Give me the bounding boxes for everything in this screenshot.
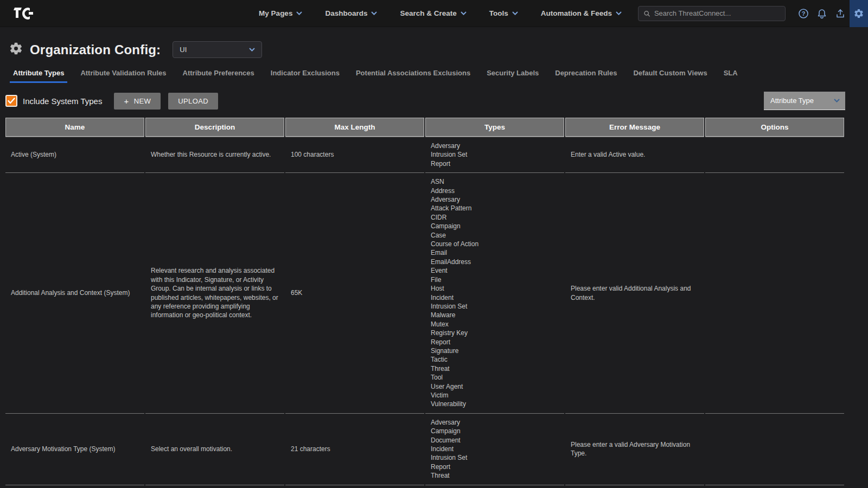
type-item: Signature: [431, 346, 559, 355]
column-header-description[interactable]: Description: [145, 118, 284, 137]
type-item: EmailAddress: [431, 258, 559, 266]
type-item: Document: [431, 436, 559, 445]
cell-max_length: 100 characters: [285, 137, 424, 173]
tab-default-custom-views[interactable]: Default Custom Views: [633, 69, 707, 83]
table-body: Active (System)Whether this Resource is …: [5, 137, 844, 485]
config-tabs: Attribute TypesAttribute Validation Rule…: [0, 69, 868, 83]
bell-icon[interactable]: [813, 0, 831, 27]
threatconnect-logo[interactable]: [13, 5, 35, 22]
tab-sla[interactable]: SLA: [724, 69, 738, 83]
cell-types: AdversaryIntrusion SetReport: [425, 137, 564, 173]
global-search[interactable]: [638, 6, 786, 21]
search-input[interactable]: [654, 9, 780, 17]
type-item: Intrusion Set: [431, 302, 559, 311]
cell-max_length: 65K: [285, 173, 424, 414]
type-item: Tactic: [431, 355, 559, 364]
type-item: Case: [431, 231, 559, 240]
cell-name: Additional Analysis and Context (System): [5, 173, 144, 414]
type-item: Attack Pattern: [431, 204, 559, 213]
upload-button[interactable]: UPLOAD: [168, 93, 218, 110]
column-header-name[interactable]: Name: [5, 118, 144, 137]
type-item: Malware: [431, 311, 559, 319]
nav-item-search-create[interactable]: Search & Create: [400, 9, 466, 17]
tab-indicator-exclusions[interactable]: Indicator Exclusions: [271, 69, 340, 83]
include-system-types-checkbox[interactable]: [5, 95, 17, 107]
tab-attribute-types[interactable]: Attribute Types: [13, 69, 64, 83]
include-system-types-label: Include System Types: [23, 97, 102, 106]
chevron-down-icon: [461, 11, 467, 15]
type-item: File: [431, 275, 559, 284]
svg-text:?: ?: [802, 10, 806, 17]
cell-name: Active (System): [5, 137, 144, 173]
cell-max_length: 21 characters: [285, 414, 424, 485]
type-item: Email: [431, 248, 559, 257]
nav-item-label: My Pages: [259, 9, 292, 17]
cell-types: AdversaryCampaignDocumentIncidentIntrusi…: [425, 414, 564, 485]
new-button[interactable]: + NEW: [114, 93, 161, 110]
type-item: Incident: [431, 445, 559, 453]
nav-item-my-pages[interactable]: My Pages: [259, 9, 302, 17]
cell-types: ASNAddressAdversaryAttack PatternCIDRCam…: [425, 173, 564, 414]
type-item: Registry Key: [431, 329, 559, 337]
nav-item-label: Automation & Feeds: [541, 9, 612, 17]
upload-icon[interactable]: [831, 0, 850, 27]
cell-error_message: Please enter valid Additional Analysis a…: [565, 173, 704, 414]
attribute-type-filter-dropdown[interactable]: Attribute Type: [764, 92, 845, 110]
column-header-error-message[interactable]: Error Message: [565, 118, 704, 137]
chevron-down-icon: [371, 11, 377, 15]
type-item: CIDR: [431, 213, 559, 222]
column-header-max-length[interactable]: Max Length: [285, 118, 424, 137]
type-item: Threat: [431, 364, 559, 373]
tab-security-labels[interactable]: Security Labels: [487, 69, 539, 83]
type-item: Adversary: [431, 142, 559, 150]
type-item: Report: [431, 338, 559, 346]
type-item: Campaign: [431, 427, 559, 435]
cell-options: [705, 137, 844, 173]
type-item: ASN: [431, 177, 559, 186]
type-item: Intrusion Set: [431, 150, 559, 159]
top-navigation-bar: My PagesDashboardsSearch & CreateToolsAu…: [0, 0, 868, 27]
cell-description: Whether this Resource is currently activ…: [145, 137, 284, 173]
nav-item-dashboards[interactable]: Dashboards: [325, 9, 377, 17]
type-item: Report: [431, 159, 559, 168]
nav-item-automation-feeds[interactable]: Automation & Feeds: [541, 9, 622, 17]
attribute-types-toolbar: Include System Types + NEW UPLOAD Attrib…: [5, 92, 845, 110]
column-header-types[interactable]: Types: [425, 118, 564, 137]
config-scope-value: UI: [180, 46, 187, 54]
attribute-type-filter-label: Attribute Type: [770, 97, 814, 105]
config-scope-dropdown[interactable]: UI: [173, 41, 262, 58]
type-item: Tool: [431, 373, 559, 382]
type-item: User Agent: [431, 382, 559, 391]
primary-nav: My PagesDashboardsSearch & CreateToolsAu…: [259, 9, 622, 17]
nav-item-label: Dashboards: [325, 9, 367, 17]
chevron-down-icon: [296, 11, 302, 15]
tab-attribute-preferences[interactable]: Attribute Preferences: [183, 69, 254, 83]
cell-description: Relevant research and analysis associate…: [145, 173, 284, 414]
cell-error_message: Enter a valid Active value.: [565, 137, 704, 173]
table-row: Active (System)Whether this Resource is …: [5, 137, 844, 173]
type-item: Campaign: [431, 222, 559, 230]
cell-options: [705, 414, 844, 485]
type-item: Victim: [431, 391, 559, 400]
attribute-types-table-container: NameDescriptionMax LengthTypesError Mess…: [4, 118, 845, 485]
tab-potential-associations-exclusions[interactable]: Potential Associations Exclusions: [356, 69, 470, 83]
type-item: Intrusion Set: [431, 453, 559, 462]
type-item: Adversary: [431, 418, 559, 427]
gear-icon[interactable]: [850, 0, 868, 27]
page-title: Organization Config:: [30, 42, 161, 57]
help-icon[interactable]: ?: [794, 0, 813, 27]
nav-item-label: Tools: [489, 9, 508, 17]
table-row: Adversary Motivation Type (System)Select…: [5, 414, 844, 485]
tab-attribute-validation-rules[interactable]: Attribute Validation Rules: [80, 69, 166, 83]
tab-deprecation-rules[interactable]: Deprecation Rules: [555, 69, 617, 83]
nav-item-tools[interactable]: Tools: [489, 9, 518, 17]
chevron-down-icon: [616, 11, 622, 15]
type-item: Threat: [431, 471, 559, 480]
type-item: Vulnerability: [431, 400, 559, 408]
type-item: Incident: [431, 293, 559, 302]
cell-options: [705, 173, 844, 414]
type-item: Adversary: [431, 195, 559, 204]
type-item: Host: [431, 284, 559, 293]
type-item: Address: [431, 187, 559, 195]
column-header-options[interactable]: Options: [705, 118, 844, 137]
